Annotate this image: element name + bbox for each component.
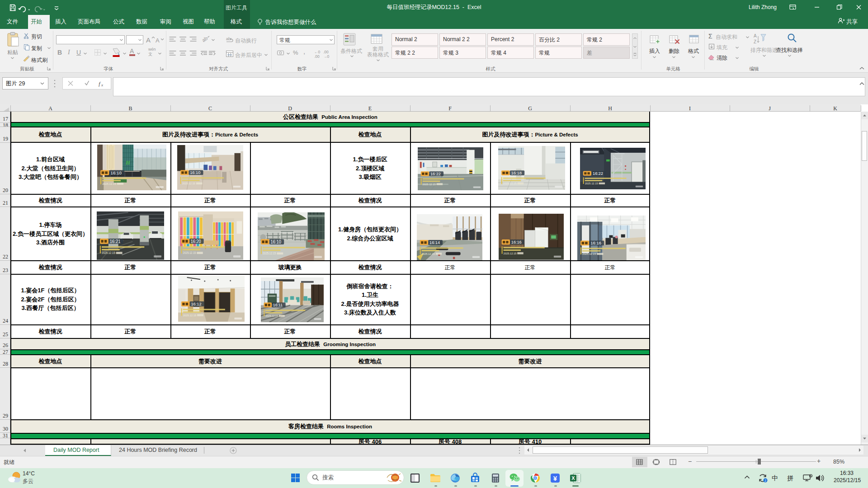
svg-text:16:16: 16:16 [511,239,522,244]
svg-text:2025.12.15: 2025.12.15 [422,253,435,255]
svg-text:16:22: 16:22 [430,172,441,176]
svg-text:2025.12.15: 2025.12.15 [504,252,517,255]
svg-text:16:11: 16:11 [273,303,283,307]
svg-text:2025.12.15: 2025.12.15 [182,182,196,185]
svg-text:16:12: 16:12 [191,301,201,306]
svg-text:x: x [101,83,103,87]
svg-text:16:20: 16:20 [191,239,201,244]
svg-text:16:18: 16:18 [511,171,522,175]
svg-text:2025.12.15: 2025.12.15 [102,251,115,254]
svg-text:2025.12.15: 2025.12.15 [183,251,196,254]
svg-text:16:21: 16:21 [110,239,121,244]
svg-text:2025.12.15: 2025.12.15 [263,252,276,255]
svg-text:16:10: 16:10 [271,239,282,244]
svg-text:16:10: 16:10 [190,170,200,175]
svg-text:2025.12.15: 2025.12.15 [503,182,517,185]
svg-text:2: 2 [764,479,766,482]
svg-text:16:22: 16:22 [593,171,603,176]
svg-text:ab: ab [202,36,208,43]
svg-text:X: X [571,475,575,481]
svg-text:2025.12.15: 2025.12.15 [265,314,278,317]
svg-text:16:16: 16:16 [590,240,601,245]
svg-text:A: A [754,33,757,38]
svg-text:16:10: 16:10 [111,170,122,175]
svg-text:H: H [125,160,130,166]
svg-text:2025.12.15: 2025.12.15 [585,182,598,185]
svg-text:¥: ¥ [553,474,557,482]
svg-text:2025.12.15: 2025.12.15 [582,253,596,255]
svg-text:ab: ab [226,37,231,41]
svg-text:2025.12.15: 2025.12.15 [423,183,436,186]
svg-text:16:14: 16:14 [429,240,440,245]
svg-text:2025.12.15: 2025.12.15 [183,314,197,317]
svg-text:Z: Z [754,39,756,44]
svg-text:2025.12.15: 2025.12.15 [102,182,116,185]
